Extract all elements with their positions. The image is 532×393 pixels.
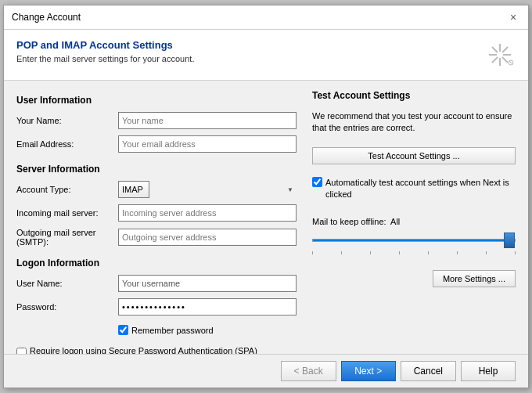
mail-keep-label: Mail to keep offline: All <box>312 217 516 226</box>
auto-test-checkbox[interactable] <box>312 177 322 187</box>
next-button[interactable]: Next > <box>341 361 396 381</box>
mail-keep-slider-container <box>312 231 516 250</box>
svg-line-4 <box>492 47 498 52</box>
remember-password-checkbox[interactable] <box>118 325 128 335</box>
header-section: POP and IMAP Account Settings Enter the … <box>4 30 528 81</box>
auto-test-label: Automatically test account settings when… <box>325 177 516 201</box>
outgoing-mail-label: Outgoing mail server (SMTP): <box>16 228 118 247</box>
left-panel: User Information Your Name: Email Addres… <box>16 90 297 344</box>
svg-line-5 <box>502 57 508 63</box>
right-title: Test Account Settings <box>312 90 516 101</box>
password-label: Password: <box>16 302 118 312</box>
account-type-wrapper: IMAP POP3 <box>118 181 297 198</box>
svg-line-7 <box>492 57 498 63</box>
username-row: User Name: <box>16 275 297 292</box>
header-description: Enter the mail server settings for your … <box>16 54 194 63</box>
password-row: Password: <box>16 298 297 315</box>
more-settings-button[interactable]: More Settings ... <box>433 270 516 287</box>
mail-keep-section: Mail to keep offline: All <box>312 217 516 254</box>
spa-label: Require logon using Secure Password Auth… <box>30 346 257 354</box>
close-button[interactable]: × <box>506 10 520 24</box>
back-button[interactable]: < Back <box>281 361 336 381</box>
email-row: Email Address: <box>16 135 297 153</box>
main-content: User Information Your Name: Email Addres… <box>4 81 528 354</box>
slider-fill <box>313 240 515 241</box>
spa-row: Require logon using Secure Password Auth… <box>16 346 297 354</box>
footer: < Back Next > Cancel Help <box>4 354 528 388</box>
incoming-mail-label: Incoming mail server: <box>16 208 118 218</box>
mail-keep-value: All <box>390 217 400 226</box>
slider-track <box>312 239 516 242</box>
tick-3 <box>370 251 371 254</box>
account-type-label: Account Type: <box>16 185 118 194</box>
account-type-row: Account Type: IMAP POP3 <box>16 181 297 198</box>
your-name-input[interactable] <box>118 112 297 129</box>
password-input[interactable] <box>118 298 297 315</box>
svg-line-6 <box>502 47 508 52</box>
tick-8 <box>515 251 516 254</box>
email-label: Email Address: <box>16 139 118 149</box>
window-title: Change Account <box>12 12 81 23</box>
header-title: POP and IMAP Account Settings <box>16 39 194 51</box>
spa-checkbox[interactable] <box>16 348 27 354</box>
tick-7 <box>486 251 487 254</box>
outgoing-mail-row: Outgoing mail server (SMTP): <box>16 228 297 247</box>
user-info-title: User Information <box>16 95 297 106</box>
server-info-title: Server Information <box>16 164 297 175</box>
tick-1 <box>312 251 313 254</box>
username-label: User Name: <box>16 279 118 288</box>
remember-password-label: Remember password <box>131 326 214 335</box>
cancel-button[interactable]: Cancel <box>401 361 456 381</box>
remember-password-row: Remember password <box>118 325 297 335</box>
tick-5 <box>428 251 429 254</box>
incoming-mail-row: Incoming mail server: <box>16 204 297 222</box>
incoming-mail-input[interactable] <box>118 204 297 222</box>
help-button[interactable]: Help <box>461 361 516 381</box>
tick-4 <box>399 251 400 254</box>
your-name-row: Your Name: <box>16 112 297 129</box>
title-bar: Change Account × <box>4 5 528 30</box>
right-panel: Test Account Settings We recommend that … <box>312 90 516 344</box>
auto-test-row: Automatically test account settings when… <box>312 177 516 201</box>
outgoing-mail-input[interactable] <box>118 229 297 246</box>
email-input[interactable] <box>118 135 297 153</box>
account-type-select[interactable]: IMAP POP3 <box>118 181 149 198</box>
test-account-settings-button[interactable]: Test Account Settings ... <box>312 147 516 164</box>
slider-ticks <box>312 251 516 254</box>
header-text: POP and IMAP Account Settings Enter the … <box>16 39 194 63</box>
logon-info-title: Logon Information <box>16 258 297 269</box>
your-name-label: Your Name: <box>16 116 118 125</box>
tick-6 <box>457 251 458 254</box>
tick-2 <box>341 251 342 254</box>
header-icon <box>484 39 516 70</box>
right-description: We recommend that you test your account … <box>312 110 516 135</box>
svg-line-9 <box>509 61 512 64</box>
slider-thumb[interactable] <box>504 233 515 248</box>
username-input[interactable] <box>118 275 297 292</box>
change-account-window: Change Account × POP and IMAP Account Se… <box>3 5 529 388</box>
